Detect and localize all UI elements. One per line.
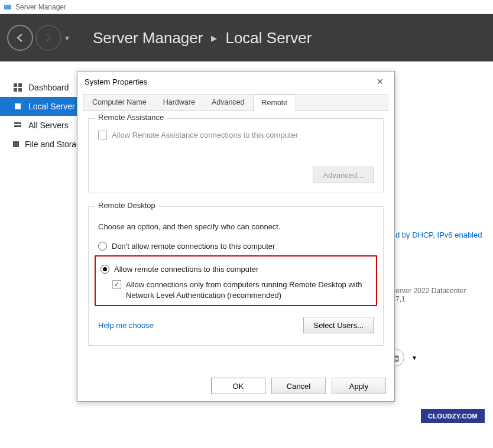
rd-allow-radio[interactable]: Allow remote connections to this compute… (100, 265, 371, 274)
rd-description: Choose an option, and then specify who c… (98, 222, 374, 231)
highlight-annotation: Allow remote connections to this compute… (95, 255, 377, 306)
select-users-button[interactable]: Select Users... (303, 317, 374, 333)
checkbox-icon (98, 131, 107, 139)
network-status[interactable]: d by DHCP, IPv6 enabled (395, 231, 493, 239)
server-icon (12, 102, 24, 111)
nav-back-button[interactable] (7, 25, 33, 51)
breadcrumb-root[interactable]: Server Manager (93, 29, 203, 47)
svg-rect-8 (14, 125, 21, 127)
radio-label: Don't allow remote connections to this c… (112, 242, 275, 251)
tabstrip: Computer Name Hardware Advanced Remote (83, 94, 388, 111)
rd-nla-checkbox[interactable]: ✓ Allow connections only from computers … (112, 280, 371, 300)
chevron-right-icon: ▸ (211, 31, 217, 45)
radio-icon (100, 265, 109, 274)
tab-computer-name[interactable]: Computer Name (84, 95, 155, 111)
radio-icon (98, 242, 107, 251)
window-titlebar: Server Manager (0, 0, 493, 14)
svg-rect-4 (14, 88, 17, 92)
storage-icon (12, 140, 20, 148)
svg-rect-6 (15, 103, 21, 109)
header-bar: ▾ Server Manager ▸ Local Server (0, 14, 493, 61)
sidebar-item-label: All Servers (28, 121, 69, 130)
tab-advanced[interactable]: Advanced (203, 95, 253, 111)
remote-desktop-group: Remote Desktop Choose an option, and the… (88, 206, 384, 346)
sidebar-item-dashboard[interactable]: Dashboard (0, 78, 77, 97)
ok-button[interactable]: OK (211, 378, 265, 394)
allow-remote-assistance-checkbox[interactable]: Allow Remote Assistance connections to t… (98, 131, 374, 139)
svg-rect-5 (18, 88, 22, 92)
chevron-down-icon[interactable]: ▼ (410, 355, 419, 361)
system-properties-dialog: System Properties ✕ Computer Name Hardwa… (77, 71, 395, 402)
nav-history-dropdown[interactable]: ▾ (65, 33, 69, 43)
svg-rect-9 (13, 141, 19, 147)
servers-icon (12, 121, 24, 129)
sidebar-item-all-servers[interactable]: All Servers (0, 116, 77, 135)
svg-rect-1 (5, 6, 7, 7)
checkbox-label: Allow Remote Assistance connections to t… (112, 131, 298, 139)
sidebar-item-label: Dashboard (28, 83, 69, 92)
dashboard-icon (12, 83, 24, 92)
ra-advanced-button: Advanced... (313, 167, 374, 183)
nav-forward-button (35, 25, 61, 51)
watermark-badge: CLOUDZY.COM (421, 409, 485, 423)
svg-rect-3 (18, 83, 22, 87)
breadcrumb: Server Manager ▸ Local Server (93, 29, 312, 47)
os-line1: erver 2022 Datacenter (395, 287, 493, 295)
os-line2: 7,1 (395, 295, 493, 303)
cancel-button[interactable]: Cancel (271, 378, 326, 394)
sidebar: Dashboard Local Server All Servers File … (0, 61, 77, 448)
sidebar-item-file-storage[interactable]: File and Storage Services (0, 135, 77, 154)
svg-rect-2 (14, 83, 17, 87)
rd-dont-allow-radio[interactable]: Don't allow remote connections to this c… (98, 242, 374, 251)
radio-label: Allow remote connections to this compute… (114, 265, 258, 274)
group-legend: Remote Assistance (95, 113, 167, 122)
sidebar-item-label: Local Server (28, 102, 75, 111)
checkbox-icon: ✓ (112, 280, 121, 289)
svg-rect-0 (4, 5, 11, 9)
tab-remote[interactable]: Remote (253, 95, 297, 111)
group-legend: Remote Desktop (95, 201, 159, 210)
close-button[interactable]: ✕ (373, 74, 387, 89)
server-manager-icon (4, 3, 12, 11)
svg-rect-7 (14, 122, 21, 124)
breadcrumb-current: Local Server (225, 29, 312, 47)
window-title: Server Manager (15, 3, 66, 11)
checkbox-label: Allow connections only from computers ru… (126, 280, 371, 300)
help-me-choose-link[interactable]: Help me choose (98, 321, 154, 330)
apply-button[interactable]: Apply (332, 378, 386, 394)
dialog-title: System Properties (85, 77, 147, 86)
remote-assistance-group: Remote Assistance Allow Remote Assistanc… (88, 118, 384, 193)
tab-hardware[interactable]: Hardware (155, 95, 203, 111)
sidebar-item-local-server[interactable]: Local Server (0, 97, 77, 116)
